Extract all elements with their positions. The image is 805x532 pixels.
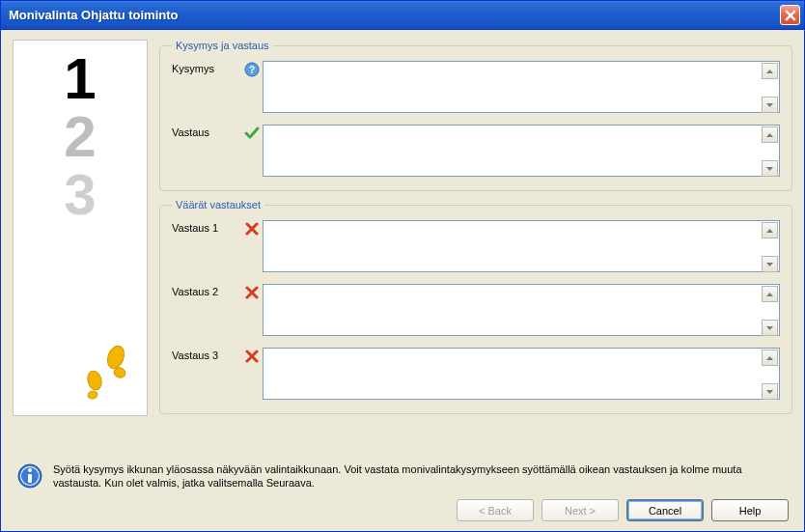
help-button[interactable]: Help: [711, 499, 789, 521]
fields-column: Kysymys ja vastaus Kysymys ?: [159, 40, 792, 455]
row-answer: Vastaus: [172, 125, 780, 179]
wrong1-textarea[interactable]: [263, 220, 780, 272]
spin-down-icon: [766, 326, 773, 330]
spin-up-icon: [766, 293, 773, 296]
label-wrong-3: Vastaus 3: [172, 348, 241, 361]
spin-down-icon: [766, 167, 773, 171]
spin-up-icon: [766, 70, 773, 73]
question-spin-up[interactable]: [762, 63, 778, 79]
question-spin-down[interactable]: [762, 97, 778, 113]
row-wrong-3: Vastaus 3: [172, 348, 780, 402]
number-3-glyph: 3: [64, 166, 96, 224]
spin-up-icon: [766, 133, 773, 137]
answer-spin: [762, 126, 778, 177]
wrong2-spin-up[interactable]: [762, 286, 778, 302]
window-title: Monivalinta Ohjattu toiminto: [9, 8, 780, 22]
wrong3-spin: [762, 350, 778, 400]
spin-up-icon: [766, 356, 773, 360]
wrong3-input-wrap: [263, 348, 780, 402]
wrong1-spin-down[interactable]: [762, 256, 778, 272]
main-row: 1 2 3 Kysymys ja vastaus: [13, 40, 792, 455]
label-question: Kysymys: [172, 61, 241, 74]
cross-icon: [241, 348, 263, 364]
close-icon: [785, 10, 796, 21]
back-button[interactable]: < Back: [457, 499, 534, 521]
svg-rect-9: [28, 474, 32, 483]
wrong3-spin-up[interactable]: [762, 350, 778, 366]
wrong1-spin-up[interactable]: [762, 222, 778, 238]
wrong2-spin-down[interactable]: [762, 320, 778, 336]
question-spin: [762, 63, 778, 113]
spin-down-icon: [766, 390, 773, 394]
cross-icon: [241, 220, 263, 237]
answer-textarea[interactable]: [263, 125, 780, 177]
svg-point-2: [86, 370, 104, 392]
label-answer: Vastaus: [172, 125, 241, 138]
row-question: Kysymys ?: [172, 61, 780, 115]
titlebar: Monivalinta Ohjattu toiminto: [1, 1, 804, 30]
answer-spin-down[interactable]: [762, 160, 778, 177]
number-stack: 1 2 3: [64, 50, 96, 224]
info-text: Syötä kysymys ikkunan yläosassa näkyvään…: [53, 462, 789, 490]
wrong3-textarea[interactable]: [263, 348, 780, 400]
footprints-icon: [71, 342, 139, 409]
group-qa-legend: Kysymys ja vastaus: [172, 40, 273, 51]
svg-point-3: [87, 390, 98, 400]
wizard-side-image: 1 2 3: [13, 40, 148, 416]
group-wrong-answers: Väärät vastaukset Vastaus 1: [159, 199, 792, 414]
row-wrong-2: Vastaus 2: [172, 284, 780, 338]
number-2-glyph: 2: [64, 108, 96, 166]
label-wrong-2: Vastaus 2: [172, 284, 241, 297]
spin-down-icon: [766, 263, 773, 266]
svg-point-0: [104, 344, 126, 371]
wrong1-input-wrap: [263, 220, 780, 274]
checkmark-icon: [241, 125, 263, 141]
close-button[interactable]: [780, 5, 800, 25]
svg-point-10: [28, 468, 32, 472]
spin-up-icon: [766, 229, 773, 233]
question-textarea[interactable]: [263, 61, 780, 113]
group-wrong-legend: Väärät vastaukset: [172, 199, 264, 210]
wizard-window: Monivalinta Ohjattu toiminto 1 2 3: [0, 0, 805, 532]
wrong1-spin: [762, 222, 778, 272]
question-input-wrap: [263, 61, 780, 115]
wizard-buttons: < Back Next > Cancel Help: [13, 495, 792, 521]
info-row: Syötä kysymys ikkunan yläosassa näkyvään…: [13, 455, 792, 495]
row-wrong-1: Vastaus 1: [172, 220, 780, 274]
cross-icon: [241, 284, 263, 300]
label-wrong-1: Vastaus 1: [172, 220, 241, 234]
wrong2-textarea[interactable]: [263, 284, 780, 336]
answer-input-wrap: [263, 125, 780, 179]
cancel-button[interactable]: Cancel: [626, 499, 704, 521]
wrong3-spin-down[interactable]: [762, 383, 778, 400]
group-question-answer: Kysymys ja vastaus Kysymys ?: [159, 40, 792, 191]
answer-spin-up[interactable]: [762, 126, 778, 143]
svg-text:?: ?: [249, 65, 255, 75]
question-icon: ?: [241, 61, 263, 77]
info-icon: [16, 462, 43, 490]
wrong2-input-wrap: [263, 284, 780, 338]
number-1-glyph: 1: [64, 50, 96, 108]
next-button[interactable]: Next >: [541, 499, 619, 521]
client-area: 1 2 3 Kysymys ja vastaus: [1, 30, 804, 531]
spin-down-icon: [766, 103, 773, 107]
wrong2-spin: [762, 286, 778, 336]
